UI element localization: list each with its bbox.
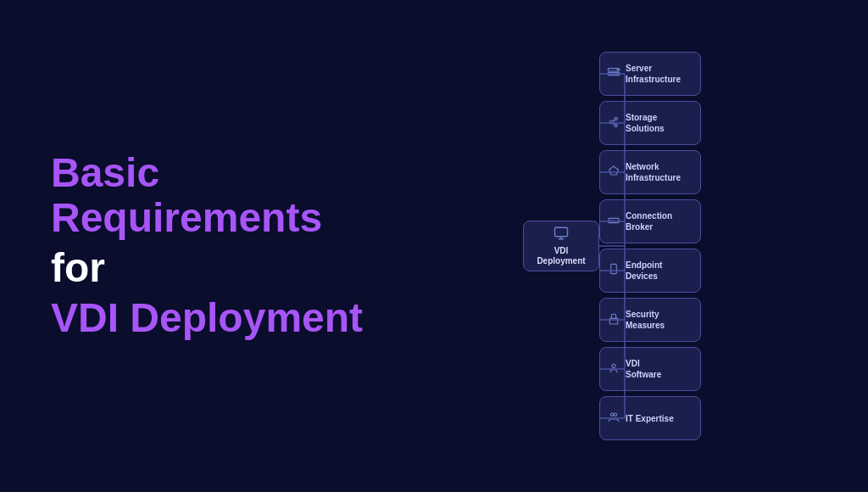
title-line2: for xyxy=(51,246,373,291)
connection-broker-label: ConnectionBroker xyxy=(626,210,672,232)
endpoint-icon xyxy=(607,263,620,279)
svg-rect-10 xyxy=(555,227,568,237)
center-node-label: VDIDeployment xyxy=(537,246,585,266)
svg-point-28 xyxy=(610,413,613,416)
storage-icon xyxy=(607,115,620,131)
node-server-infra: ServerInfrastructure xyxy=(599,52,701,96)
svg-marker-20 xyxy=(609,166,619,175)
svg-point-29 xyxy=(614,413,616,416)
node-endpoint-devices: EndpointDevices xyxy=(599,249,701,293)
svg-point-15 xyxy=(609,120,613,124)
main-container: Basic Requirements for VDI Deployment VD… xyxy=(0,0,868,492)
node-connection-broker: ConnectionBroker xyxy=(599,199,701,243)
node-network-infra: NetworkInfrastructure xyxy=(599,150,701,194)
vdi-software-icon xyxy=(607,361,620,377)
nodes-list: ServerInfrastructure StorageSolutions xyxy=(599,52,701,440)
network-label: NetworkInfrastructure xyxy=(626,161,681,183)
right-panel: VDIDeployment ServerInfrastructure xyxy=(390,52,834,440)
connection-icon xyxy=(607,214,620,230)
center-node-icon xyxy=(554,226,569,244)
server-infra-label: ServerInfrastructure xyxy=(626,63,681,85)
svg-rect-24 xyxy=(611,264,617,273)
network-icon xyxy=(607,165,620,181)
storage-label: StorageSolutions xyxy=(626,112,665,134)
svg-point-14 xyxy=(617,73,618,74)
svg-point-13 xyxy=(617,69,618,70)
server-infra-icon xyxy=(607,66,620,82)
svg-line-18 xyxy=(613,120,615,121)
it-expertise-label: IT Expertise xyxy=(626,413,674,424)
diagram-wrapper: VDIDeployment ServerInfrastructure xyxy=(523,52,701,440)
center-node: VDIDeployment xyxy=(523,221,599,271)
vdi-software-label: VDISoftware xyxy=(626,358,661,380)
title-line3: VDI Deployment xyxy=(51,296,373,341)
svg-point-27 xyxy=(612,364,615,367)
title-line1: Basic Requirements xyxy=(51,151,373,241)
security-label: SecurityMeasures xyxy=(626,309,665,331)
svg-rect-26 xyxy=(609,318,617,324)
node-storage-solutions: StorageSolutions xyxy=(599,101,701,145)
it-expertise-icon xyxy=(607,411,620,427)
node-vdi-software: VDISoftware xyxy=(599,347,701,391)
left-panel: Basic Requirements for VDI Deployment xyxy=(34,151,390,340)
node-security-measures: SecurityMeasures xyxy=(599,298,701,342)
node-it-expertise: IT Expertise xyxy=(599,396,701,440)
svg-line-19 xyxy=(613,122,615,124)
endpoint-label: EndpointDevices xyxy=(626,260,662,282)
security-icon xyxy=(607,312,620,328)
